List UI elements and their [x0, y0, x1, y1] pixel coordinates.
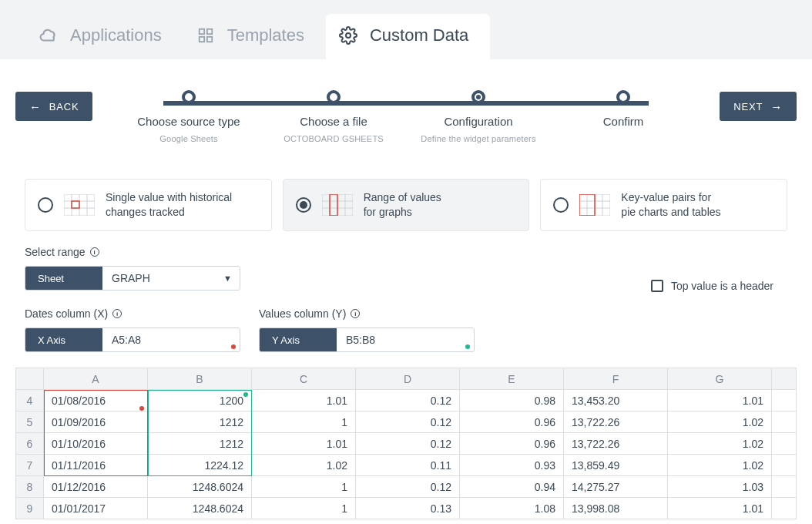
- gear-icon: [338, 25, 358, 45]
- col-header[interactable]: C: [252, 368, 356, 390]
- sheet-select[interactable]: Sheet GRAPH ▼: [25, 266, 240, 291]
- tab-applications[interactable]: Applications: [26, 14, 183, 59]
- option-key-value[interactable]: Key-value pairs for pie charts and table…: [540, 179, 787, 231]
- header-checkbox[interactable]: Top value is a header: [651, 280, 773, 292]
- table-row[interactable]: 901/01/20171248.602410.131.0813,998.081.…: [16, 498, 797, 519]
- info-icon[interactable]: i: [112, 309, 122, 318]
- svg-point-4: [346, 33, 351, 38]
- col-header[interactable]: F: [564, 368, 668, 390]
- y-axis-input[interactable]: Y Axis B5:B8: [259, 328, 475, 352]
- row-header[interactable]: 6: [16, 433, 44, 455]
- cell[interactable]: 01/08/2016: [44, 390, 148, 411]
- col-header[interactable]: D: [356, 368, 460, 390]
- cell[interactable]: 1.01: [252, 433, 356, 455]
- cell[interactable]: 01/09/2016: [44, 411, 148, 433]
- step-label: Choose source type: [123, 115, 254, 128]
- sheet-label: Sheet: [25, 267, 102, 290]
- step-2[interactable]: Choose a file OCTOBOARD GSHEETS: [268, 90, 399, 143]
- step-3[interactable]: Configuration Define the widget paramete…: [413, 90, 544, 143]
- cell[interactable]: 1.02: [252, 455, 356, 476]
- arrow-left-icon: ←: [29, 100, 42, 113]
- option-line1: Range of values: [364, 190, 441, 205]
- sheet-thumb-icon: [64, 194, 95, 216]
- y-axis-label: Y Axis: [260, 328, 337, 351]
- top-tabs: Applications Templates Custom Data: [0, 0, 812, 59]
- cell[interactable]: 01/12/2016: [44, 476, 148, 498]
- back-button[interactable]: ← BACK: [15, 92, 92, 121]
- cell[interactable]: 0.12: [356, 476, 460, 498]
- cell[interactable]: 0.13: [356, 498, 460, 519]
- cell[interactable]: 1212: [148, 411, 252, 433]
- cell-gutter: [772, 390, 797, 411]
- next-button[interactable]: NEXT →: [720, 92, 797, 121]
- table-row[interactable]: 501/09/2016121210.120.9613,722.261.02: [16, 411, 797, 433]
- row-header[interactable]: 5: [16, 411, 44, 433]
- cell[interactable]: 1.02: [668, 433, 772, 455]
- cell[interactable]: 13,722.26: [564, 433, 668, 455]
- cell[interactable]: 0.98: [460, 390, 564, 411]
- info-icon[interactable]: i: [90, 247, 99, 257]
- cell[interactable]: 1.02: [668, 411, 772, 433]
- row-header[interactable]: 7: [16, 455, 44, 476]
- cell[interactable]: 13,453.20: [564, 390, 668, 411]
- cell[interactable]: 0.96: [460, 433, 564, 455]
- cell[interactable]: 13,722.26: [564, 411, 668, 433]
- cell[interactable]: 0.12: [356, 411, 460, 433]
- step-sublabel: Google Sheets: [123, 134, 254, 143]
- cell[interactable]: 1212: [148, 433, 252, 455]
- cell[interactable]: 1224.12: [148, 455, 252, 476]
- cell[interactable]: 0.12: [356, 433, 460, 455]
- cell[interactable]: 13,998.08: [564, 498, 668, 519]
- table-row[interactable]: 401/08/201612001.010.120.9813,453.201.01: [16, 390, 797, 411]
- tab-templates[interactable]: Templates: [183, 14, 326, 59]
- cell[interactable]: 0.96: [460, 411, 564, 433]
- cell[interactable]: 1: [252, 498, 356, 519]
- col-header[interactable]: E: [460, 368, 564, 390]
- col-header[interactable]: G: [668, 368, 772, 390]
- table-row[interactable]: 601/10/201612121.010.120.9613,722.261.02: [16, 433, 797, 455]
- col-header[interactable]: A: [44, 368, 148, 390]
- row-header[interactable]: 9: [16, 498, 44, 519]
- cell[interactable]: 0.11: [356, 455, 460, 476]
- tab-custom-data[interactable]: Custom Data: [326, 14, 490, 59]
- row-header[interactable]: 4: [16, 390, 44, 411]
- cell[interactable]: 1: [252, 411, 356, 433]
- cell[interactable]: 1.01: [252, 390, 356, 411]
- x-axis-label: X Axis: [25, 328, 102, 351]
- option-single-value[interactable]: Single value with historical changes tra…: [25, 179, 272, 231]
- cell[interactable]: 01/10/2016: [44, 433, 148, 455]
- cell[interactable]: 1248.6024: [148, 476, 252, 498]
- tab-label: Templates: [227, 25, 304, 45]
- option-line2: pie charts and tables: [621, 205, 720, 220]
- checkbox-icon: [651, 280, 663, 292]
- cell[interactable]: 0.94: [460, 476, 564, 498]
- cell[interactable]: 1.01: [668, 498, 772, 519]
- spreadsheet[interactable]: A B C D E F G 401/08/201612001.010.120.9…: [15, 368, 797, 519]
- cell[interactable]: 13,859.49: [564, 455, 668, 476]
- step-4[interactable]: Confirm: [558, 90, 689, 143]
- next-label: NEXT: [733, 101, 763, 113]
- cell[interactable]: 1.03: [668, 476, 772, 498]
- step-1[interactable]: Choose source type Google Sheets: [123, 90, 254, 143]
- option-range-values[interactable]: Range of values for graphs: [283, 179, 530, 231]
- table-row[interactable]: 701/11/20161224.121.020.110.9313,859.491…: [16, 455, 797, 476]
- cell[interactable]: 0.12: [356, 390, 460, 411]
- cell[interactable]: 1: [252, 476, 356, 498]
- x-axis-input[interactable]: X Axis A5:A8: [25, 328, 240, 352]
- cell[interactable]: 1.02: [668, 455, 772, 476]
- cell[interactable]: 0.93: [460, 455, 564, 476]
- cell[interactable]: 01/11/2016: [44, 455, 148, 476]
- cell[interactable]: 1200: [148, 390, 252, 411]
- table-row[interactable]: 801/12/20161248.602410.120.9414,275.271.…: [16, 476, 797, 498]
- cell[interactable]: 1.01: [668, 390, 772, 411]
- cell[interactable]: 01/01/2017: [44, 498, 148, 519]
- row-header[interactable]: 8: [16, 476, 44, 498]
- cell-gutter: [772, 455, 797, 476]
- col-header[interactable]: B: [148, 368, 252, 390]
- step-label: Configuration: [413, 115, 544, 128]
- tab-label: Custom Data: [370, 25, 468, 45]
- info-icon[interactable]: i: [351, 309, 360, 318]
- cell[interactable]: 1.08: [460, 498, 564, 519]
- cell[interactable]: 1248.6024: [148, 498, 252, 519]
- cell[interactable]: 14,275.27: [564, 476, 668, 498]
